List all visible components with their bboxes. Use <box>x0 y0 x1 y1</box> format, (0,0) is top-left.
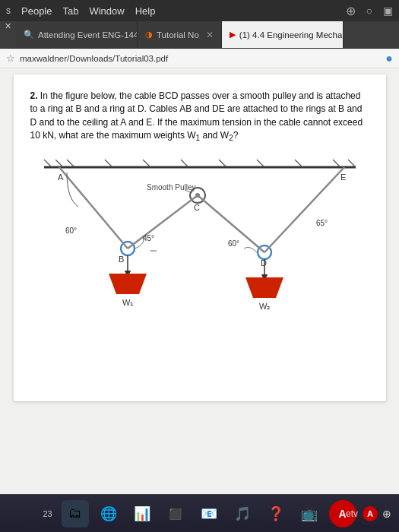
problem-number: 2. <box>30 90 38 101</box>
tab-engineering[interactable]: ▶ (1) 4.4 Engineering Mecha ✕ <box>222 21 344 48</box>
svg-text:C: C <box>194 203 200 212</box>
search-icon: 🔍 <box>24 30 34 40</box>
address-path: maxwaldner/Downloads/Tutorial03.pdf <box>20 54 168 63</box>
taskbar-item-6[interactable]: 🎵 <box>229 500 256 527</box>
problem-text: 2. In the figure below, the cable BCD pa… <box>30 90 369 144</box>
svg-line-26 <box>264 167 344 252</box>
svg-text:A: A <box>58 173 64 182</box>
menubar-window[interactable]: Window <box>89 5 124 17</box>
svg-line-23 <box>59 167 128 249</box>
taskbar-finder[interactable]: 🗂 <box>62 500 89 527</box>
taskbar-item-2[interactable]: 🌐 <box>95 500 122 527</box>
taskbar-item-8[interactable]: 📺 <box>296 500 323 527</box>
svg-text:B: B <box>119 255 124 264</box>
svg-text:65°: 65° <box>316 219 328 227</box>
menubar-app[interactable]: s <box>6 5 11 16</box>
video-icon: ▶ <box>230 30 236 40</box>
taskbar-right: etv A ⊕ <box>346 506 391 521</box>
taskbar-item-3[interactable]: 📊 <box>128 500 156 527</box>
svg-text:W₂: W₂ <box>259 302 270 311</box>
taskbar-number: 23 <box>43 509 52 518</box>
svg-text:E: E <box>340 173 346 182</box>
taskbar: 23 🗂 🌐 📊 ⬛ 📧 🎵 ❓ 📺 A etv A ⊕ <box>0 494 399 532</box>
taskbar-etv: etv <box>346 508 358 519</box>
menubar-tab[interactable]: Tab <box>62 5 78 17</box>
clock-icon: ◑ <box>145 30 153 40</box>
tab-engineering-label: (1) 4.4 Engineering Mecha <box>239 30 343 40</box>
svg-text:Smooth Pulley: Smooth Pulley <box>147 183 195 192</box>
menubar-people[interactable]: People <box>21 5 52 17</box>
svg-text:60°: 60° <box>228 239 239 248</box>
taskbar-item-4[interactable]: ⬛ <box>162 500 189 527</box>
wifi-icon: ⊕ <box>346 4 356 18</box>
tab-tutorial-label: Tutorial No <box>157 30 199 40</box>
menubar: s People Tab Window Help ⊕ ○ ▣ <box>0 0 399 21</box>
svg-line-24 <box>128 195 198 249</box>
problem-body: In the figure below, the cable BCD passe… <box>30 90 363 141</box>
tab-close-left[interactable]: ✕ <box>0 21 16 48</box>
problem-diagram: A E Smooth Pulley C B D <box>36 154 363 313</box>
tab-tutorial-close[interactable]: ✕ <box>206 30 214 40</box>
svg-text:45°: 45° <box>143 234 154 242</box>
display-icon: ▣ <box>383 5 393 17</box>
taskbar-letter-a: A <box>363 506 378 521</box>
tabbar: ✕ 🔍 Attending Event ENG-144 ✕ ◑ Tutorial… <box>0 21 399 49</box>
svg-marker-35 <box>245 277 283 298</box>
star-icon[interactable]: ☆ <box>6 52 15 64</box>
pdf-page: 2. In the figure below, the cable BCD pa… <box>14 74 386 401</box>
svg-text:60°: 60° <box>65 226 77 235</box>
svg-text:W₁: W₁ <box>122 298 133 307</box>
tab-attending[interactable]: 🔍 Attending Event ENG-144 ✕ <box>16 21 138 48</box>
tab-tutorial[interactable]: ◑ Tutorial No ✕ <box>138 21 222 48</box>
taskbar-wifi-icon: ⊕ <box>382 508 391 520</box>
taskbar-item-5[interactable]: 📧 <box>195 500 223 527</box>
main-content: 2. In the figure below, the cable BCD pa… <box>0 68 399 494</box>
svg-marker-33 <box>109 274 147 294</box>
diagram-container: A E Smooth Pulley C B D <box>30 154 369 313</box>
taskbar-item-7[interactable]: ❓ <box>262 500 290 527</box>
profile-icon: ● <box>385 52 393 65</box>
menubar-help[interactable]: Help <box>135 5 156 17</box>
battery-icon: ○ <box>366 5 372 17</box>
addressbar: ☆ maxwaldner/Downloads/Tutorial03.pdf ● <box>0 49 399 68</box>
svg-text:D: D <box>261 258 267 268</box>
tab-attending-label: Attending Event ENG-144 <box>38 30 138 40</box>
